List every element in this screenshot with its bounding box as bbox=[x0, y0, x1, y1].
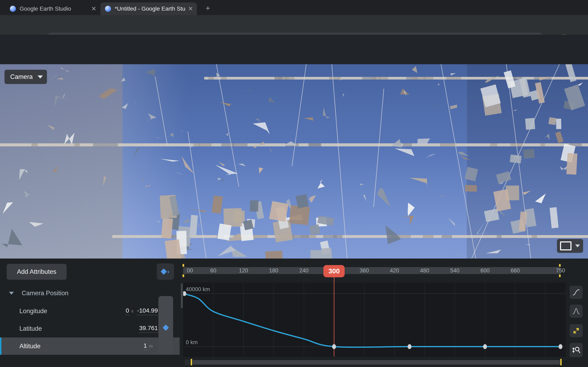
render-fragment bbox=[52, 166, 61, 172]
render-fragment bbox=[450, 73, 456, 75]
ease-curve-icon bbox=[572, 288, 580, 296]
revolutions-unit: x bbox=[131, 309, 133, 314]
altitude-curve-path[interactable] bbox=[183, 294, 561, 347]
render-fragment bbox=[458, 152, 469, 156]
earth-studio-favicon-icon bbox=[10, 6, 16, 12]
linear-transition-button[interactable] bbox=[570, 324, 583, 337]
render-fragment bbox=[490, 143, 497, 146]
keyframe-dot[interactable] bbox=[407, 344, 411, 349]
render-fragment bbox=[221, 143, 234, 146]
scrollbar-start-marker[interactable] bbox=[191, 359, 192, 365]
render-fragment bbox=[47, 125, 54, 130]
new-tab-button[interactable]: + bbox=[203, 4, 212, 13]
render-fragment bbox=[440, 143, 456, 146]
browser-tab-inactive[interactable]: Google Earth Studio ✕ bbox=[5, 2, 100, 15]
render-fragment bbox=[253, 122, 270, 134]
render-fragment bbox=[265, 251, 283, 259]
render-fragment bbox=[29, 222, 43, 227]
longitude-value[interactable]: -104.99 bbox=[137, 307, 158, 315]
work-area-end-marker[interactable] bbox=[559, 264, 561, 267]
earth-studio-favicon-icon bbox=[105, 6, 111, 12]
longitude-revolutions-value[interactable]: 0 bbox=[126, 307, 129, 315]
render-fragment bbox=[424, 77, 433, 80]
render-fragment bbox=[548, 117, 556, 125]
render-fragment bbox=[519, 211, 527, 231]
camera-selector-label: Camera bbox=[10, 73, 33, 81]
keyframe-toggle-button[interactable]: › bbox=[157, 263, 174, 280]
keyframe-dot[interactable] bbox=[332, 344, 336, 349]
ruler-tick-label: 120 bbox=[239, 267, 248, 274]
render-fragment bbox=[156, 220, 160, 224]
render-fragment bbox=[165, 239, 182, 259]
ruler-tick-label: 600 bbox=[480, 267, 490, 274]
tab-close-icon[interactable]: ✕ bbox=[91, 6, 96, 12]
latitude-value[interactable]: 39.761 bbox=[139, 325, 158, 333]
render-fragment bbox=[269, 201, 288, 222]
camera-target-selector[interactable]: Camera bbox=[4, 70, 47, 84]
render-fragment bbox=[309, 195, 316, 202]
scrollbar-end-marker[interactable] bbox=[560, 359, 562, 365]
collapse-triangle-icon bbox=[9, 292, 14, 295]
viewport-overlay-selector[interactable] bbox=[557, 239, 583, 253]
playhead[interactable]: 300 bbox=[323, 265, 345, 277]
render-fragment bbox=[496, 171, 511, 183]
timeline-ruler[interactable]: 0060120180240360420480540600660750 bbox=[183, 267, 561, 274]
render-fragment bbox=[485, 250, 501, 253]
timeline-horizontal-scrollbar[interactable] bbox=[192, 360, 560, 365]
browser-tab-active[interactable]: *Untitled - Google Earth Studio ✕ bbox=[100, 2, 197, 15]
work-area-end-marker[interactable] bbox=[559, 275, 561, 277]
render-fragment bbox=[423, 235, 434, 238]
render-fragment bbox=[170, 133, 173, 137]
render-fragment bbox=[318, 179, 325, 189]
render-fragment bbox=[86, 202, 87, 205]
keyframe-diamond-icon[interactable] bbox=[163, 324, 169, 331]
add-attributes-button[interactable]: Add Attributes bbox=[7, 264, 67, 280]
render-fragment bbox=[310, 250, 323, 259]
ease-curve-button[interactable] bbox=[570, 286, 583, 299]
earth-studio-window: Google Earth Studio ✕ *Untitled - Google… bbox=[0, 0, 588, 367]
render-fragment bbox=[377, 188, 390, 207]
render-fragment bbox=[178, 130, 183, 133]
render-fragment bbox=[332, 64, 347, 259]
render-fragment bbox=[160, 159, 180, 162]
render-fragment bbox=[408, 203, 415, 216]
render-fragment bbox=[146, 69, 155, 76]
keyframe-diamond-icon bbox=[160, 268, 167, 275]
keyframe-track[interactable] bbox=[158, 296, 173, 354]
work-area-start-marker[interactable] bbox=[182, 275, 184, 277]
render-fragment bbox=[107, 143, 118, 146]
render-fragment bbox=[40, 154, 40, 156]
altitude-curve[interactable] bbox=[183, 282, 566, 357]
attribute-row-longitude[interactable]: Longitude 0 x -104.99 ° bbox=[0, 303, 180, 319]
camera-position-group-header[interactable]: Camera Position bbox=[0, 285, 180, 301]
keyframe-dot[interactable] bbox=[483, 344, 487, 349]
render-fragment bbox=[523, 149, 535, 159]
ruler-tick-label: 750 bbox=[556, 267, 565, 274]
vertical-zoom-button[interactable] bbox=[570, 343, 583, 357]
render-fragment bbox=[432, 105, 437, 110]
render-fragment bbox=[410, 178, 427, 186]
altitude-value[interactable]: 1 bbox=[144, 342, 147, 350]
render-fragment bbox=[255, 118, 262, 123]
keyframe-dot[interactable] bbox=[559, 344, 562, 349]
render-fragment bbox=[93, 143, 107, 146]
ruler-tick-label: 60 bbox=[210, 267, 216, 274]
render-fragment bbox=[238, 164, 246, 166]
attribute-row-altitude-selected[interactable]: Altitude 1 m bbox=[0, 337, 180, 355]
render-fragment bbox=[448, 217, 455, 226]
render-fragment bbox=[440, 196, 447, 196]
render-fragment bbox=[217, 178, 221, 180]
bell-curve-button[interactable] bbox=[570, 305, 583, 318]
render-fragment bbox=[363, 195, 367, 202]
attribute-row-latitude[interactable]: Latitude 39.761 ° bbox=[0, 320, 180, 337]
tab-close-icon[interactable]: ✕ bbox=[188, 6, 193, 12]
curve-editor-vertical-scrollbar[interactable] bbox=[181, 284, 183, 308]
ruler-tick-label: 540 bbox=[450, 267, 459, 274]
ruler-tick-label: 480 bbox=[420, 267, 429, 274]
render-fragment bbox=[226, 133, 228, 136]
render-fragment bbox=[532, 235, 537, 238]
render-fragment bbox=[215, 165, 238, 175]
3d-viewport[interactable]: Camera bbox=[0, 64, 588, 259]
curve-editor[interactable] bbox=[183, 282, 566, 357]
work-area-start-marker[interactable] bbox=[182, 264, 184, 267]
